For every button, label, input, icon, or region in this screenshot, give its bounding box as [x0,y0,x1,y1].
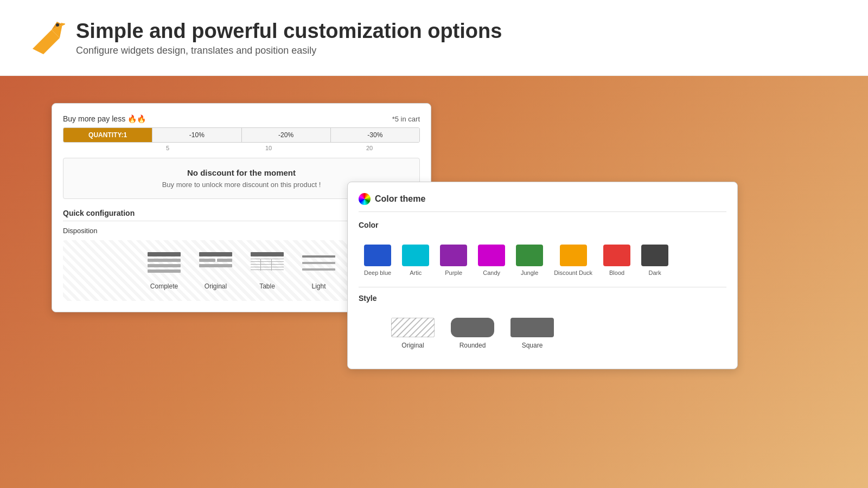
svg-rect-21 [302,255,335,258]
swatch-color-dark [641,245,668,266]
palette-icon [359,193,371,205]
no-discount-title: No discount for the moment [73,168,410,177]
buy-more-header: Buy more pay less 🔥🔥 *5 in cart [63,114,420,123]
svg-rect-7 [148,264,181,267]
swatch-label-candy: Candy [483,269,500,276]
svg-rect-26 [451,318,494,337]
buy-more-title: Buy more pay less 🔥🔥 [63,114,146,123]
qty-labels: 5 10 20 [63,145,420,151]
svg-rect-27 [510,318,554,337]
color-section-label: Color [359,221,726,229]
style-section-label: Style [359,294,726,303]
swatch-blood[interactable]: Blood [603,245,630,276]
qty-cell-30[interactable]: -30% [331,128,419,142]
swatch-jungle[interactable]: Jungle [516,245,543,276]
quantity-bar: QUANTITY:1 -10% -20% -30% [63,127,420,143]
disposition-complete[interactable]: Complete [146,251,182,290]
swatch-color-deep-blue [364,245,391,266]
swatch-color-blood [603,245,630,266]
svg-rect-25 [391,318,435,337]
swatch-label-blood: Blood [609,269,624,276]
original-icon [198,251,233,278]
qty-cell-10[interactable]: -10% [152,128,241,142]
style-square[interactable]: Square [510,318,554,349]
color-swatches: Deep blue Artic Purple Candy Jungle Disc… [359,236,726,285]
svg-rect-23 [302,268,335,271]
swatch-label-deep-blue: Deep blue [364,269,391,276]
svg-rect-5 [148,252,181,256]
divider [359,287,726,287]
swatch-color-discount-duck [560,245,587,266]
style-original-icon [391,318,435,337]
svg-rect-22 [302,262,335,264]
page-header: Simple and powerful customization option… [0,0,868,76]
swatch-color-candy [478,245,505,266]
svg-rect-18 [251,269,284,270]
svg-rect-12 [199,264,232,267]
complete-icon [146,251,182,278]
swatch-dark[interactable]: Dark [641,245,668,276]
style-square-label: Square [522,342,543,349]
widget-card-2: Color theme Color Deep blue Artic Purple… [347,182,738,369]
qty-label-20: 20 [319,145,420,151]
header-text: Simple and powerful customization option… [76,20,502,56]
swatch-label-discount-duck: Discount Duck [554,269,592,276]
swatch-label-dark: Dark [648,269,661,276]
swatch-purple[interactable]: Purple [440,245,467,276]
style-options: Original Rounded Square [359,309,726,358]
svg-rect-8 [148,269,181,273]
svg-rect-19 [260,259,261,271]
svg-rect-10 [199,259,215,262]
svg-rect-17 [251,267,284,267]
page-title: Simple and powerful customization option… [76,20,502,43]
swatch-artic[interactable]: Artic [402,245,429,276]
qty-label-5: 5 [117,145,218,151]
light-label: Light [311,282,326,290]
swatch-color-purple [440,245,467,266]
style-rounded[interactable]: Rounded [451,318,494,349]
svg-rect-14 [251,259,284,259]
main-area: Buy more pay less 🔥🔥 *5 in cart QUANTITY… [0,76,868,488]
svg-rect-13 [251,252,284,256]
swatch-candy[interactable]: Candy [478,245,505,276]
complete-label: Complete [150,282,178,290]
swatch-deep-blue[interactable]: Deep blue [364,245,391,276]
swatch-discount-duck[interactable]: Discount Duck [554,245,592,276]
svg-rect-9 [199,252,232,256]
svg-rect-6 [148,259,181,262]
color-theme-title: Color theme [375,194,425,204]
table-icon [250,251,285,278]
swatch-label-purple: Purple [445,269,462,276]
style-original[interactable]: Original [391,318,435,349]
swatch-label-artic: Artic [410,269,422,276]
original-label: Original [205,282,227,290]
light-icon [301,251,336,278]
style-rounded-icon [451,318,494,337]
svg-rect-15 [251,261,284,262]
logo-icon [22,16,65,60]
swatch-color-artic [402,245,429,266]
svg-rect-20 [271,259,272,271]
disposition-original[interactable]: Original [198,251,233,290]
style-square-icon [510,318,554,337]
qty-cell-20[interactable]: -20% [242,128,331,142]
in-cart-text: *5 in cart [392,115,420,123]
qty-cell-active[interactable]: QUANTITY:1 [63,128,152,142]
disposition-table[interactable]: Table [250,251,285,290]
svg-point-3 [56,23,59,27]
disposition-light[interactable]: Light [301,251,336,290]
swatch-color-jungle [516,245,543,266]
table-label: Table [259,282,275,290]
qty-label-10: 10 [218,145,319,151]
svg-rect-16 [251,264,284,265]
svg-rect-11 [217,259,232,262]
swatch-label-jungle: Jungle [521,269,538,276]
style-rounded-label: Rounded [459,342,486,349]
style-original-label: Original [401,342,424,349]
page-subtitle: Configure widgets design, translates and… [76,45,502,56]
color-theme-header: Color theme [359,193,726,212]
